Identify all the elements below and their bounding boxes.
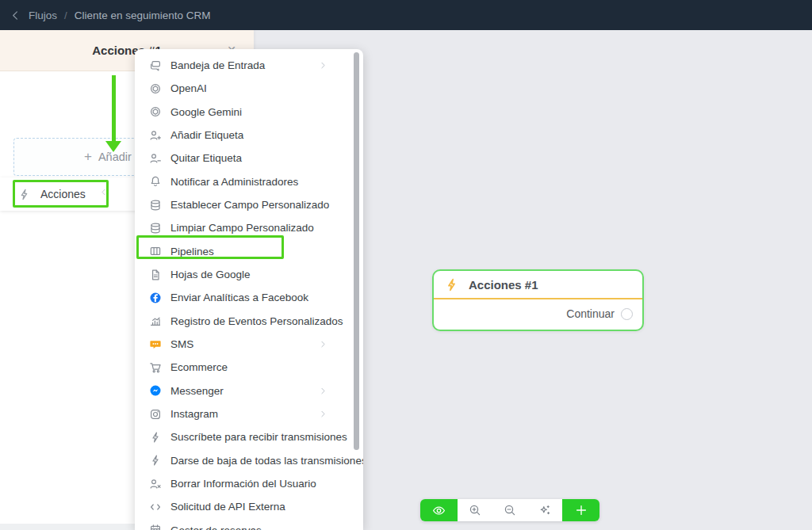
menu-item-gestor-de-reservas[interactable]: Gestor de reservas (135, 519, 363, 530)
action-menu-list: Bandeja de EntradaOpenAIGoogle GeminiAña… (135, 54, 363, 530)
calendar-icon (149, 524, 162, 530)
inbox-icon (149, 59, 162, 72)
menu-item-pipelines[interactable]: Pipelines (135, 240, 363, 263)
menu-item-limpiar-campo-personalizado[interactable]: Limpiar Campo Personalizado (135, 216, 363, 239)
menu-item-label: Limpiar Campo Personalizado (170, 222, 314, 234)
flow-node-acciones[interactable]: Acciones #1 Continuar (432, 269, 644, 331)
menu-item-sms[interactable]: SMS (135, 333, 363, 356)
menu-item-label: Suscríbete para recibir transmisiones (170, 431, 347, 443)
breadcrumb-separator: / (64, 10, 67, 21)
user-x-icon (149, 478, 162, 490)
node-title: Acciones #1 (469, 278, 538, 292)
menu-item-label: Solicitud de API Externa (170, 501, 285, 513)
topbar: Flujos / Cliente en seguimiento CRM (0, 0, 812, 30)
menu-item-label: Ecommerce (170, 361, 228, 373)
user-minus-icon (149, 152, 162, 165)
menu-item-darse-de-baja-de-todas-las-transmisiones[interactable]: Darse de baja de todas las transmisiones (135, 449, 363, 472)
chevron-right-icon (318, 409, 328, 419)
facebook-icon (149, 292, 162, 304)
menu-item-label: Registro de Eventos Personalizados (170, 315, 343, 327)
menu-item-label: Messenger (170, 385, 224, 397)
zoom-out-icon (504, 504, 516, 517)
menu-item-label: Enviar Analíticas a Facebook (170, 292, 308, 303)
menu-item-hojas-de-google[interactable]: Hojas de Google (135, 263, 363, 286)
menu-item-messenger[interactable]: Messenger (135, 379, 363, 402)
menu-item-label: Notificar a Administradores (170, 176, 298, 188)
pipelines-icon (149, 245, 162, 257)
magic-arrange-button[interactable] (527, 499, 562, 521)
plus-icon: + (84, 149, 92, 165)
menu-item-label: Borrar Información del Usuario (170, 478, 316, 490)
lightning-icon (17, 188, 31, 201)
menu-item-establecer-campo-personalizado[interactable]: Establecer Campo Personalizado (135, 193, 363, 216)
menu-item-label: Instagram (170, 408, 218, 420)
menu-item-label: Hojas de Google (170, 269, 251, 280)
bolt-icon (149, 431, 162, 444)
zoom-out-button[interactable] (492, 499, 527, 521)
chevron-right-icon (318, 60, 328, 71)
preview-button[interactable] (420, 499, 458, 521)
breadcrumb-flujos[interactable]: Flujos (29, 10, 57, 21)
cart-icon (149, 361, 162, 374)
menu-item-instagram[interactable]: Instagram (135, 402, 363, 425)
action-menu: Bandeja de EntradaOpenAIGoogle GeminiAña… (135, 49, 363, 530)
menu-item-notificar-a-administradores[interactable]: Notificar a Administradores (135, 170, 363, 193)
menu-item-bandeja-de-entrada[interactable]: Bandeja de Entrada (135, 54, 363, 77)
zoom-in-button[interactable] (458, 499, 492, 521)
flow-builder-app: Flujos / Cliente en seguimiento CRM Acci… (0, 0, 812, 530)
gemini-icon (149, 105, 162, 118)
chart-icon (149, 315, 162, 327)
menu-item-solicitud-de-api-externa[interactable]: Solicitud de API Externa (135, 495, 363, 518)
menu-item-label: SMS (170, 338, 193, 350)
collapse-chevron-icon[interactable] (98, 187, 109, 197)
menu-item-label: Pipelines (170, 246, 214, 257)
eye-icon (432, 504, 446, 517)
menu-item-label: Google Gemini (170, 106, 242, 118)
menu-item-label: Añadir Etiqueta (170, 129, 243, 141)
menu-item-registro-de-eventos-personalizados[interactable]: Registro de Eventos Personalizados (135, 310, 363, 333)
chevron-right-icon (318, 386, 328, 396)
menu-item-a-adir-etiqueta[interactable]: Añadir Etiqueta (135, 124, 363, 147)
node-header: Acciones #1 (434, 271, 642, 299)
menu-item-ecommerce[interactable]: Ecommerce (135, 356, 363, 379)
menu-item-enviar-anal-ticas-a-facebook[interactable]: Enviar Analíticas a Facebook (135, 286, 363, 309)
node-body: Continuar (434, 299, 642, 328)
messenger-icon (149, 384, 162, 397)
user-plus-icon (149, 129, 162, 142)
database-icon (149, 199, 162, 212)
connection-port[interactable] (621, 308, 633, 320)
menu-item-quitar-etiqueta[interactable]: Quitar Etiqueta (135, 147, 363, 170)
menu-item-label: Bandeja de Entrada (170, 59, 265, 71)
plus-icon (574, 503, 588, 517)
database-icon (149, 222, 162, 234)
menu-item-label: Quitar Etiqueta (170, 152, 242, 164)
menu-item-label: Darse de baja de todas las transmisiones (170, 455, 363, 467)
menu-item-google-gemini[interactable]: Google Gemini (135, 101, 363, 124)
actions-category-label: Acciones (40, 188, 86, 200)
sparkles-icon (538, 504, 551, 517)
menu-item-label: OpenAI (170, 82, 207, 94)
openai-icon (149, 82, 162, 95)
continue-label: Continuar (566, 307, 615, 320)
menu-scrollbar-thumb[interactable] (354, 52, 359, 450)
menu-item-label: Establecer Campo Personalizado (170, 199, 329, 211)
instagram-icon (149, 408, 162, 421)
code-icon (149, 501, 162, 513)
zoom-in-icon (469, 504, 481, 517)
back-chevron-icon[interactable] (10, 10, 21, 21)
sms-icon (149, 338, 162, 351)
add-block-button[interactable] (562, 499, 599, 521)
menu-item-borrar-informaci-n-del-usuario[interactable]: Borrar Información del Usuario (135, 472, 363, 495)
bell-icon (149, 175, 162, 188)
chevron-right-icon (318, 339, 328, 349)
lightning-icon (444, 277, 459, 292)
canvas-toolbar (420, 499, 599, 521)
bolt-icon (149, 454, 162, 467)
breadcrumb-flow-name: Cliente en seguimiento CRM (75, 10, 211, 21)
menu-item-openai[interactable]: OpenAI (135, 77, 363, 100)
menu-item-label: Gestor de reservas (170, 524, 262, 530)
menu-item-suscr-bete-para-recibir-transmisiones[interactable]: Suscríbete para recibir transmisiones (135, 425, 363, 448)
sheet-icon (149, 269, 162, 281)
